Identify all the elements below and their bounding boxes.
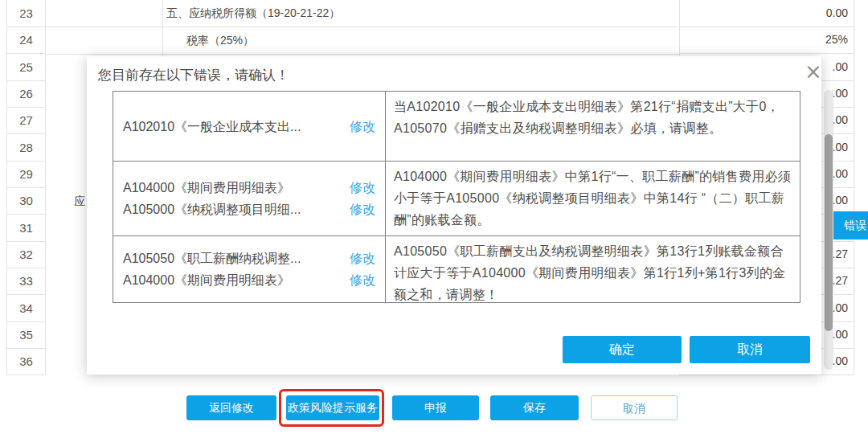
confirm-button[interactable]: 确定 bbox=[563, 336, 682, 363]
error-row: A104000《期间费用明细表》 修改 A105000《纳税调整项目明细... … bbox=[113, 161, 800, 235]
row-number: 23 bbox=[7, 0, 45, 27]
cell-value: 0.00 bbox=[680, 0, 854, 27]
error-dialog: 您目前存在以下错误，请确认！ × A102010《一般企业成本支出... 修改 … bbox=[87, 56, 821, 375]
modify-link[interactable]: 修改 bbox=[350, 199, 375, 220]
occluded-row-label: 应 bbox=[74, 187, 85, 215]
error-message: A104000《期间费用明细表》中第1行“一、职工薪酬”的销售费用必须小于等于A… bbox=[386, 162, 800, 235]
error-forms-cell: A104000《期间费用明细表》 修改 A105000《纳税调整项目明细... … bbox=[113, 162, 386, 235]
row-number: 32 bbox=[7, 241, 45, 268]
row-label: 五、应纳税所得额（19-20-21-22） bbox=[46, 0, 679, 27]
form-name: A105000《纳税调整项目明细... bbox=[123, 199, 345, 220]
row-number: 34 bbox=[7, 295, 45, 322]
save-button[interactable]: 保存 bbox=[490, 395, 579, 420]
footer-cancel-button[interactable]: 取消 bbox=[591, 395, 678, 420]
row-number: 27 bbox=[7, 107, 45, 134]
error-row: A102010《一般企业成本支出... 修改 当A102010《一般企业成本支出… bbox=[113, 92, 800, 161]
row-number: 26 bbox=[7, 80, 45, 108]
error-row: A105050《职工薪酬纳税调整... 修改 A104000《期间费用明细表》 … bbox=[113, 235, 800, 302]
error-forms-cell: A102010《一般企业成本支出... 修改 bbox=[113, 92, 386, 161]
row-number: 25 bbox=[7, 54, 45, 81]
close-icon[interactable]: × bbox=[803, 61, 824, 82]
scrollbar-thumb[interactable] bbox=[825, 134, 833, 331]
dialog-title: 您目前存在以下错误，请确认！ bbox=[98, 66, 289, 84]
label-column: 五、应纳税所得额（19-20-21-22） 税率（25%） bbox=[46, 0, 679, 55]
form-name: A102010《一般企业成本支出... bbox=[123, 116, 345, 137]
cell-value: 25% bbox=[680, 27, 854, 54]
modify-link[interactable]: 修改 bbox=[350, 177, 375, 199]
row-number: 36 bbox=[7, 348, 45, 375]
row-number-column: 23 24 25 26 27 28 29 30 31 32 33 34 35 3… bbox=[6, 0, 46, 375]
dialog-cancel-button[interactable]: 取消 bbox=[690, 336, 810, 363]
error-message: 当A102010《一般企业成本支出明细表》第21行“捐赠支出”大于0，A1050… bbox=[386, 92, 800, 161]
row-number: 24 bbox=[7, 27, 45, 54]
modify-link[interactable]: 修改 bbox=[350, 116, 375, 137]
error-forms-cell: A105050《职工薪酬纳税调整... 修改 A104000《期间费用明细表》 … bbox=[113, 236, 386, 302]
form-name: A105050《职工薪酬纳税调整... bbox=[123, 248, 345, 269]
modify-link[interactable]: 修改 bbox=[350, 248, 375, 269]
row-number: 30 bbox=[7, 187, 45, 215]
error-table: A102010《一般企业成本支出... 修改 当A102010《一般企业成本支出… bbox=[113, 91, 800, 303]
return-modify-button[interactable]: 返回修改 bbox=[186, 395, 276, 420]
row-number: 33 bbox=[7, 268, 45, 295]
form-name: A104000《期间费用明细表》 bbox=[123, 177, 345, 199]
row-label: 税率（25%） bbox=[46, 27, 679, 55]
row-number: 28 bbox=[7, 134, 45, 162]
modify-link[interactable]: 修改 bbox=[350, 269, 375, 291]
error-badge[interactable]: 错误 bbox=[833, 211, 868, 239]
row-number: 35 bbox=[7, 321, 45, 349]
tax-filing-screen: 23 24 25 26 27 28 29 30 31 32 33 34 35 3… bbox=[0, 0, 868, 438]
form-name: A104000《期间费用明细表》 bbox=[123, 269, 345, 291]
row-number: 29 bbox=[7, 161, 45, 188]
error-message: A105050《职工薪酬支出及纳税调整明细表》第13行1列账载金额合计应大于等于… bbox=[386, 236, 800, 302]
declare-button[interactable]: 申报 bbox=[392, 395, 479, 420]
policy-risk-service-button[interactable]: 政策风险提示服务 bbox=[286, 395, 379, 420]
row-number: 31 bbox=[7, 215, 45, 242]
